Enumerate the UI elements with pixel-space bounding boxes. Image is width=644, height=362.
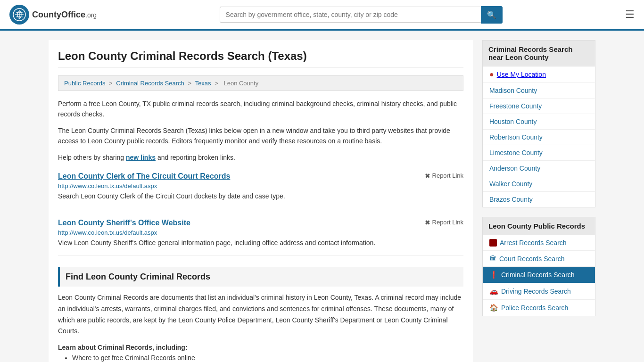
nearby-section: Criminal Records Search near Leon County…	[482, 40, 595, 207]
use-location-link[interactable]: Use My Location	[497, 71, 546, 78]
arrest-records-link[interactable]: Arrest Records Search	[489, 239, 588, 247]
main-wrapper: Leon County Criminal Records Search (Tex…	[39, 31, 605, 362]
desc-para3-end: and reporting broken links.	[157, 154, 235, 161]
arrest-icon	[489, 239, 497, 247]
record-desc-1: View Leon County Sheriff's Office genera…	[58, 238, 463, 248]
breadcrumb-sep2: >	[188, 80, 193, 87]
court-icon: 🏛	[489, 255, 496, 263]
report-link-1[interactable]: ✖ Report Link	[425, 219, 463, 226]
find-section-title: Find Leon County Criminal Records	[66, 272, 458, 282]
criminal-records-link[interactable]: ❗ Criminal Records Search	[489, 271, 588, 279]
find-section-header: Find Leon County Criminal Records	[58, 267, 463, 287]
breadcrumb-sep1: >	[109, 80, 114, 87]
bullet-list: Where to get free Criminal Records onlin…	[58, 354, 463, 362]
driving-icon: 🚗	[489, 287, 498, 296]
nearby-anderson: Anderson County	[483, 161, 595, 176]
nearby-walker: Walker County	[483, 176, 595, 192]
madison-county-link[interactable]: Madison County	[489, 87, 537, 94]
report-link-0[interactable]: ✖ Report Link	[425, 172, 463, 180]
record-url-1: http://www.co.leon.tx.us/default.aspx	[58, 229, 463, 236]
use-location-item[interactable]: ● Use My Location	[483, 66, 595, 83]
new-links-link[interactable]: new links	[126, 154, 156, 161]
sidebar-court-records[interactable]: 🏛 Court Records Search	[483, 251, 595, 267]
learn-header: Learn about Criminal Records, including:	[58, 344, 463, 351]
report-icon-1: ✖	[425, 219, 430, 226]
record-item-1: Leon County Sheriff's Office Website ✖ R…	[58, 219, 463, 256]
location-icon: ●	[489, 70, 494, 79]
houston-county-link[interactable]: Houston County	[489, 118, 537, 125]
record-item-0: Leon County Clerk of The Circuit Court R…	[58, 172, 463, 209]
desc-para3: Help others by sharing new links and rep…	[58, 152, 463, 163]
police-records-label: Police Records Search	[501, 304, 568, 312]
desc-para3-text: Help others by sharing	[58, 154, 124, 161]
breadcrumb-public-records[interactable]: Public Records	[64, 80, 105, 87]
court-records-link[interactable]: 🏛 Court Records Search	[489, 255, 588, 263]
criminal-records-label: Criminal Records Search	[501, 271, 575, 279]
logo-area: CountyOffice.org	[9, 5, 97, 25]
report-icon-0: ✖	[425, 172, 430, 180]
bullet-item-0: Where to get free Criminal Records onlin…	[72, 354, 463, 362]
brazos-county-link[interactable]: Brazos County	[489, 196, 533, 203]
public-records-section: Leon County Public Records Arrest Record…	[482, 217, 595, 316]
court-records-label: Court Records Search	[499, 255, 565, 263]
record-link-0[interactable]: Leon County Clerk of The Circuit Court R…	[58, 172, 230, 181]
breadcrumb: Public Records > Criminal Records Search…	[58, 75, 463, 91]
driving-records-link[interactable]: 🚗 Driving Records Search	[489, 287, 588, 296]
police-icon: 🏠	[489, 304, 498, 312]
record-desc-0: Search Leon County Clerk of the Circuit …	[58, 191, 463, 201]
logo-text: CountyOffice.org	[32, 10, 97, 20]
robertson-county-link[interactable]: Robertson County	[489, 133, 543, 141]
driving-records-label: Driving Records Search	[501, 288, 571, 295]
police-records-link[interactable]: 🏠 Police Records Search	[489, 304, 588, 312]
menu-button[interactable]: ☰	[625, 8, 635, 21]
nearby-freestone: Freestone County	[483, 99, 595, 114]
breadcrumb-texas[interactable]: Texas	[195, 80, 211, 87]
nearby-madison: Madison County	[483, 83, 595, 99]
header: CountyOffice.org 🔍 ☰	[0, 0, 644, 31]
record-url-0: http://www.co.leon.tx.us/default.aspx	[58, 182, 463, 189]
anderson-county-link[interactable]: Anderson County	[489, 165, 540, 172]
record-header-0: Leon County Clerk of The Circuit Court R…	[58, 172, 463, 181]
report-label-0: Report Link	[432, 172, 463, 179]
criminal-icon: ❗	[489, 271, 498, 279]
page-title: Leon County Criminal Records Search (Tex…	[58, 49, 463, 68]
public-records-list: Arrest Records Search 🏛 Court Records Se…	[482, 235, 595, 316]
sidebar-criminal-records[interactable]: ❗ Criminal Records Search	[483, 267, 595, 283]
arrest-records-label: Arrest Records Search	[500, 239, 567, 247]
breadcrumb-criminal-records[interactable]: Criminal Records Search	[116, 80, 184, 87]
nearby-section-title: Criminal Records Search near Leon County	[482, 40, 595, 66]
search-input[interactable]	[220, 7, 481, 23]
desc-para2: The Leon County Criminal Records Search …	[58, 125, 463, 147]
breadcrumb-leon-county: Leon County	[223, 80, 258, 87]
record-header-1: Leon County Sheriff's Office Website ✖ R…	[58, 219, 463, 227]
nearby-robertson: Robertson County	[483, 130, 595, 145]
record-link-1[interactable]: Leon County Sheriff's Office Website	[58, 219, 190, 227]
sidebar-police-records[interactable]: 🏠 Police Records Search	[483, 300, 595, 316]
find-section-content: Leon County Criminal Records are documen…	[58, 292, 463, 337]
sidebar-arrest-records[interactable]: Arrest Records Search	[483, 235, 595, 251]
nearby-limestone: Limestone County	[483, 145, 595, 161]
public-records-title: Leon County Public Records	[482, 217, 595, 235]
breadcrumb-sep3: >	[215, 80, 220, 87]
nearby-list: ● Use My Location Madison County Freesto…	[482, 66, 595, 207]
walker-county-link[interactable]: Walker County	[489, 180, 532, 188]
report-label-1: Report Link	[432, 219, 463, 226]
nearby-houston: Houston County	[483, 114, 595, 130]
desc-para1: Perform a free Leon County, TX public cr…	[58, 99, 463, 120]
freestone-county-link[interactable]: Freestone County	[489, 102, 542, 110]
sidebar-driving-records[interactable]: 🚗 Driving Records Search	[483, 283, 595, 300]
nearby-brazos: Brazos County	[483, 192, 595, 207]
logo-icon	[9, 5, 29, 25]
search-area: 🔍	[220, 6, 503, 24]
search-button[interactable]: 🔍	[481, 6, 503, 24]
sidebar: Criminal Records Search near Leon County…	[482, 40, 595, 362]
limestone-county-link[interactable]: Limestone County	[489, 149, 543, 156]
content-area: Leon County Criminal Records Search (Tex…	[49, 40, 473, 362]
